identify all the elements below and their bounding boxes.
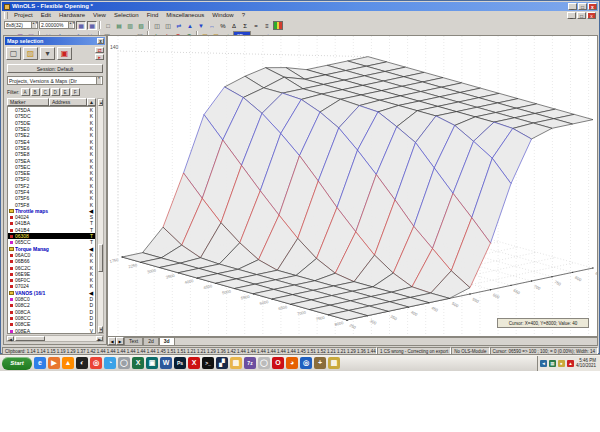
map-row[interactable]: 06B66K [8,258,95,264]
map-size-spinner[interactable]: ▲▼ [31,22,36,28]
map-list[interactable]: 075DAK075DCK075DEK075E0K075E2K075E4K075E… [7,106,96,334]
menu-window[interactable]: Window [208,11,237,20]
map-row[interactable]: 075E8K [8,151,95,157]
equalize-icon[interactable]: = [251,21,261,30]
tree-mode-combo[interactable]: Projects, Versions & Maps (Dir ▼ [7,76,103,85]
menu-miscellaneous[interactable]: Miscellaneous [162,11,208,20]
select-block-icon[interactable]: ▧ [136,21,146,30]
filter-button-e[interactable]: E [61,88,70,96]
wrench-icon[interactable]: + [314,357,326,369]
maximize-button[interactable]: □ [578,3,587,10]
map-row[interactable]: 075E6K [8,145,95,151]
refresh-list-icon[interactable]: ⇄ [95,47,104,53]
filter-button-b[interactable]: B [31,88,40,96]
map-folder-row[interactable]: Throttle maps◀ [8,208,95,214]
title-bar[interactable]: WinOLS - Flexible Opening * _ □ x [2,2,598,11]
browser-gray-icon[interactable]: ◯ [118,357,130,369]
sort-button[interactable]: ▲ [87,98,96,106]
tab-text[interactable]: Text [124,337,143,345]
chrome-icon[interactable]: ◎ [90,357,102,369]
map-row[interactable]: 06AC0K [8,252,95,258]
map-folder-row[interactable]: Torque Manag◀ [8,246,95,252]
map-row[interactable]: 075F2K [8,183,95,189]
window-original-icon[interactable]: ◫ [152,21,162,30]
select-row-icon[interactable]: ▤ [114,21,124,30]
vscroll-thumb[interactable] [98,244,103,272]
compare-versions-icon[interactable]: ⇄ [174,21,184,30]
menu-?[interactable]: ? [238,11,249,20]
map-row[interactable]: 075E4K [8,138,95,144]
menu-project[interactable]: Project [10,11,37,20]
map-row[interactable]: 075F8K [8,201,95,207]
scroll-down-icon[interactable]: ▼ [98,326,103,333]
menu-selection[interactable]: Selection [110,11,143,20]
zoom-spinner[interactable]: ▲▼ [68,22,73,28]
menu-view[interactable]: View [89,11,110,20]
open-dropdown-icon[interactable]: ▾ [40,47,55,60]
menu-hardware[interactable]: Hardware [55,11,89,20]
firefox-icon[interactable]: ◕ [286,357,298,369]
map-row[interactable]: 075E0K [8,126,95,132]
mdi-restore-button[interactable]: □ [577,12,586,19]
map-list-hscrollbar[interactable]: ◀ ▶ [6,335,104,342]
map-row[interactable]: 041B4T [8,227,95,233]
sevenzip-icon[interactable]: 7z [244,357,256,369]
teal-app-icon[interactable]: ▣ [146,357,158,369]
tab-scroll-left[interactable]: ◀ [108,337,116,345]
view-hexdump-icon[interactable]: ▦ [76,21,86,30]
map-row[interactable]: 04024S [8,214,95,220]
menu-edit[interactable]: Edit [37,11,55,20]
surface-chart[interactable]: 1402503003504004505005506006507007508008… [108,36,597,336]
panda-antivirus-icon[interactable]: ◐ [76,357,88,369]
map-row[interactable]: 075F0K [8,176,95,182]
minimize-button[interactable]: _ [568,3,577,10]
vlc-icon[interactable]: ▲ [62,357,74,369]
select-column-icon[interactable]: ▥ [125,21,135,30]
list-icon[interactable]: ≡ [262,21,272,30]
mdi-minimize-button[interactable]: _ [567,12,576,19]
map-row[interactable]: 041BAT [8,220,95,226]
map-row[interactable]: 075F4K [8,189,95,195]
column-address[interactable]: Address [49,98,87,106]
start-button[interactable]: Start [2,357,32,370]
map-row[interactable]: 06308T [8,233,95,239]
map-row[interactable]: 075DAK [8,107,95,113]
map-row[interactable]: 075F6K [8,195,95,201]
map-selection-titlebar[interactable]: Map selection x [5,37,105,45]
tab-3d[interactable]: 3d [159,337,175,345]
map-row[interactable]: 075ECK [8,164,95,170]
map-row[interactable]: 008CED [8,321,95,327]
update-icon[interactable]: ● [558,360,565,367]
word-icon[interactable]: W [160,357,172,369]
new-project-icon[interactable]: ▢ [6,47,21,60]
window-version-icon[interactable]: ◫ [163,21,173,30]
close-red-icon[interactable]: X [188,357,200,369]
map-row[interactable]: 075DCK [8,113,95,119]
tree-mode-dropdown-icon[interactable]: ▼ [96,77,101,84]
filter-button-f[interactable]: F [71,88,80,96]
mdi-close-button[interactable]: x [587,12,596,19]
import-file-icon[interactable]: ▣ [57,47,72,60]
photoshop-icon[interactable]: Ps [174,357,186,369]
percent-edit-icon[interactable]: % [218,21,228,30]
map-size-combo[interactable]: 8x8(32) ▲▼ [4,21,38,29]
zoom-combo[interactable]: 2.00000% ▲▼ [39,21,75,29]
view-table-icon[interactable]: ▦ [87,21,97,30]
folder-expand-icon[interactable]: ◀ [85,290,95,296]
folder-expand-icon[interactable]: ◀ [85,246,95,252]
move-down-icon[interactable]: ▼ [196,21,206,30]
map-row[interactable]: 065CCT [8,239,95,245]
map-row[interactable]: 075E2K [8,132,95,138]
map-row[interactable]: 075EEK [8,170,95,176]
tab-scroll-right[interactable]: ▶ [116,337,124,345]
notes-icon[interactable]: ▤ [328,357,340,369]
antivirus-tray-icon[interactable]: ▲ [567,360,574,367]
volume-icon[interactable]: ◄ [540,360,547,367]
white-circle-icon[interactable]: ◯ [258,357,270,369]
map-folder-row[interactable]: VANOS (16/1◀ [8,290,95,296]
menu-find[interactable]: Find [143,11,163,20]
scroll-right-icon[interactable]: ▶ [96,336,103,341]
safari-icon[interactable]: ◔ [104,357,116,369]
movie-app-icon[interactable]: ▞ [216,357,228,369]
hscroll-thumb[interactable] [15,336,45,341]
